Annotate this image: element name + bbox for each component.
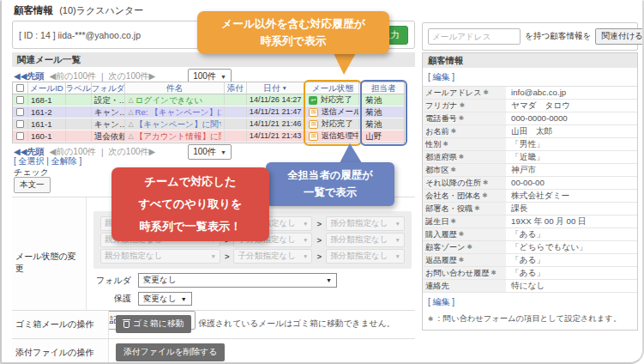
field-row: 顧客ゾーン✱「どちらでもない」 bbox=[423, 241, 637, 254]
pagination-prev: ◀前の100件 bbox=[49, 70, 96, 82]
bracket: ] bbox=[80, 156, 82, 166]
chevron-down-icon: ▼ bbox=[395, 253, 400, 259]
page-size-select[interactable]: 100件 ▼ bbox=[188, 144, 232, 160]
red-callout: チームで対応した すべてのやり取りを 時系列で一覧表示！ bbox=[111, 167, 269, 241]
form-item-icon: ✱ bbox=[491, 267, 496, 279]
mail-row[interactable]: 161-2 キャン… △Re: 【キャンペーン】に関するお問合… 14/11/2… bbox=[13, 106, 404, 118]
field-row: 購入履歴✱「ある」 bbox=[423, 228, 637, 241]
customer-info-panel: 顧客情報 [ 編集 ] メールアドレス✱info@abc.co.jp フリガナ✱… bbox=[422, 52, 638, 331]
clear-all-link[interactable]: 全解除 bbox=[51, 156, 77, 166]
mail-id: 161-1 bbox=[28, 118, 66, 130]
mail-attachment bbox=[225, 94, 247, 106]
field-row: 都市区✱神戸市 bbox=[423, 164, 637, 177]
mail-id: 161-2 bbox=[28, 106, 66, 118]
column-attachment: 添付 bbox=[225, 82, 247, 94]
sort-desc-icon: ▼ bbox=[282, 82, 287, 94]
mail-row[interactable]: 160-1 退会依頼 △【アカウント情報】に関するお問合… 14/11/21 2… bbox=[13, 130, 404, 143]
grandchild-category-select[interactable]: 孫分類指定なし▼ bbox=[326, 216, 405, 231]
form-item-icon: ✱ bbox=[474, 203, 479, 215]
mail-subject-link[interactable]: 【キャンペーン】に関するお問合わせ bbox=[135, 118, 221, 130]
mail-subject-link[interactable]: Re: 【キャンペーン】に関するお問合… bbox=[135, 106, 221, 118]
mail-table: メールID ラベル フォルダ 件名 添付 日付 ▼ メール状態 担当者 168-… bbox=[12, 82, 405, 143]
mail-subject-link[interactable]: ログインできない bbox=[135, 94, 203, 106]
customer-fields-table: メールアドレス✱info@abc.co.jp フリガナ✱ヤマダ タロウ 電話番号… bbox=[423, 86, 637, 293]
select-all-checkbox[interactable] bbox=[16, 84, 24, 92]
mail-icon: △ bbox=[128, 94, 133, 106]
mail-date: 14/11/26 14:27 bbox=[247, 94, 305, 106]
form-item-icon: ✱ bbox=[484, 87, 489, 99]
move-to-trash-button[interactable]: ゴミ箱に移動 bbox=[116, 315, 191, 333]
row-checkbox[interactable] bbox=[16, 132, 24, 140]
mail-label bbox=[66, 106, 92, 118]
grandchild-category-select[interactable]: 孫分類指定なし▼ bbox=[326, 233, 405, 247]
mail-row[interactable]: 168-1 設定・… △ログインできない 14/11/26 14:27 ↩対応完… bbox=[13, 94, 404, 106]
chevron-down-icon: ▼ bbox=[303, 253, 308, 259]
chevron-separator: > bbox=[225, 252, 230, 261]
column-date-label: 日付 bbox=[263, 82, 280, 94]
column-date[interactable]: 日付 ▼ bbox=[247, 82, 305, 94]
status-mail-icon: ✉ bbox=[309, 108, 318, 117]
mail-folder: キャン… bbox=[92, 106, 126, 118]
show-body-button[interactable]: 本文一 bbox=[14, 177, 51, 193]
form-item-icon: ✱ bbox=[451, 125, 456, 137]
row-checkbox[interactable] bbox=[16, 96, 24, 104]
associate-text: を持つ顧客情報を bbox=[525, 31, 591, 42]
orange-callout-arrow bbox=[333, 52, 357, 75]
selection-links: [ 全選択 | 全解除 ] bbox=[14, 155, 81, 167]
chevron-separator: > bbox=[316, 235, 322, 245]
app-window: 顧客情報 (10)ラクスハンター [ ID : 14 ] iida-***@ya… bbox=[0, 0, 644, 364]
form-item-icon: ✱ bbox=[483, 177, 488, 189]
edit-link-bottom[interactable]: [ 編集 ] bbox=[423, 293, 637, 311]
form-item-icon: ✱ bbox=[459, 254, 464, 266]
customer-info-title: 顧客情報 bbox=[423, 53, 637, 68]
blue-callout: 全担当者の履歴が 一覧で表示 bbox=[266, 162, 394, 206]
field-row: 返品履歴✱「ある」 bbox=[423, 254, 637, 267]
chevron-down-icon: ▼ bbox=[181, 296, 187, 302]
trash-action-label: ゴミ箱メールの操作 bbox=[12, 311, 108, 338]
row-checkbox[interactable] bbox=[16, 108, 24, 116]
field-row: 部署名・役職✱課長 bbox=[423, 203, 637, 215]
row-checkbox[interactable] bbox=[16, 120, 24, 128]
field-row: メールアドレス✱info@abc.co.jp bbox=[423, 87, 637, 100]
form-item-icon: ✱ bbox=[428, 315, 433, 323]
field-row: 電話番号✱000-0000-0000 bbox=[423, 112, 637, 125]
field-row: お問い合わせ履歴✱「ある」 bbox=[423, 267, 637, 280]
form-item-icon: ✱ bbox=[451, 164, 456, 176]
form-item-icon: ✱ bbox=[459, 151, 464, 163]
pagination-next: 次の100件▶ bbox=[109, 146, 156, 158]
mail-folder: 設定・… bbox=[92, 94, 126, 106]
field-row: お名前✱山田 太郎 bbox=[423, 125, 637, 138]
status-mail-icon: ✉ bbox=[309, 132, 318, 141]
select-all-link[interactable]: 全選択 bbox=[19, 156, 45, 166]
mail-subject-link[interactable]: 【アカウント情報】に関するお問合… bbox=[135, 130, 221, 142]
mail-icon: △ bbox=[128, 106, 133, 118]
mail-status: 返信処理中 bbox=[321, 130, 359, 142]
customer-id-text: [ ID : 14 ] iida-***@yahoo.co.jp bbox=[19, 30, 141, 40]
mail-owner: 菊池 bbox=[359, 106, 404, 118]
mail-icon: △ bbox=[128, 118, 133, 130]
email-address-input[interactable] bbox=[428, 28, 521, 45]
mail-table-header: メールID ラベル フォルダ 件名 添付 日付 ▼ メール状態 担当者 bbox=[13, 82, 404, 94]
mail-id: 160-1 bbox=[28, 130, 66, 142]
trash-icon bbox=[123, 321, 129, 328]
mail-owner: 山野 bbox=[359, 130, 404, 142]
column-label: ラベル bbox=[66, 82, 92, 94]
child-category-select[interactable]: 子分類指定なし▼ bbox=[233, 249, 312, 264]
chevron-down-icon: ▼ bbox=[220, 149, 226, 155]
attachment-action-row: 添付ファイルの操作 添付ファイルを削除する bbox=[12, 338, 415, 364]
pagination-first-link[interactable]: ◀◀先頭 bbox=[14, 70, 44, 82]
mail-date: 14/11/21 21:47 bbox=[247, 106, 305, 118]
edit-link-top[interactable]: [ 編集 ] bbox=[423, 68, 637, 86]
delete-attachment-button[interactable]: 添付ファイルを削除する bbox=[116, 343, 225, 361]
form-item-icon: ✱ bbox=[460, 100, 465, 112]
page-size-value: 100件 bbox=[193, 70, 216, 82]
mail-row[interactable]: 161-1 キャン… △【キャンペーン】に関するお問合わせ 14/11/21 2… bbox=[13, 118, 404, 130]
form-item-footnote: ✱ ：問い合わせフォームの項目として設定されます。 bbox=[423, 311, 637, 330]
folder-select[interactable]: 変更なし ▼ bbox=[138, 273, 337, 288]
column-subject: 件名 bbox=[125, 82, 224, 94]
protect-select[interactable]: 変更なし ▼ bbox=[138, 292, 192, 306]
parent-category-select[interactable]: 親分類指定なし▼ bbox=[100, 249, 220, 264]
mail-status: 対応完了 bbox=[320, 94, 352, 106]
associate-button[interactable]: 関連付ける bbox=[595, 28, 644, 45]
grandchild-category-select[interactable]: 孫分類指定なし▼ bbox=[326, 249, 405, 264]
